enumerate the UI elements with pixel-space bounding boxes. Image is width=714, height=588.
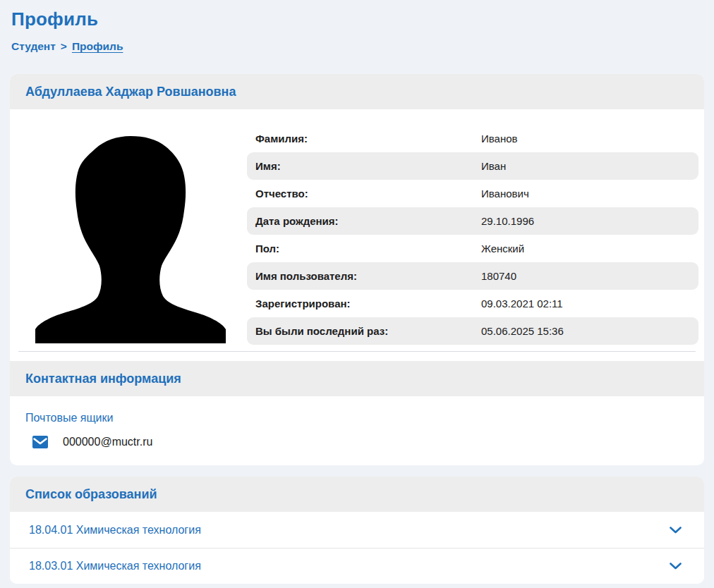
field-label: Дата рождения:: [255, 215, 481, 227]
profile-card-header: Абдуллаева Хаджар Ровшановна: [10, 74, 704, 109]
field-value: 09.03.2021 02:11: [481, 298, 563, 310]
email-row: 000000@muctr.ru: [32, 436, 689, 448]
breadcrumb-separator: >: [61, 40, 67, 52]
profile-info-row: Пол: Женский: [247, 235, 698, 262]
contact-section-title: Контактная информация: [25, 372, 181, 386]
profile-info-row: Дата рождения: 29.10.1996: [247, 207, 698, 235]
breadcrumb: Студент>Профиль: [11, 40, 704, 53]
mailboxes-link[interactable]: Почтовые ящики: [25, 412, 113, 424]
contact-section-header: Контактная информация: [10, 361, 704, 396]
mail-icon: [32, 436, 48, 448]
field-label: Пол:: [255, 243, 481, 255]
field-label: Фамилия:: [255, 133, 481, 145]
student-full-name: Абдуллаева Хаджар Ровшановна: [25, 85, 236, 99]
profile-info-table: Фамилия: Иванов Имя: Иван Отчество: Иван…: [247, 125, 698, 345]
education-section-header: Список образований: [10, 477, 704, 512]
profile-card: Абдуллаева Хаджар Ровшановна Фамилия: Ив…: [10, 74, 704, 465]
profile-info-row: Фамилия: Иванов: [247, 125, 698, 152]
field-value: 29.10.1996: [481, 215, 534, 227]
email-address: 000000@muctr.ru: [63, 436, 152, 448]
section-divider: [18, 351, 696, 352]
page-title: Профиль: [11, 8, 704, 30]
field-label: Имя:: [255, 160, 481, 172]
education-program-label: 18.04.01 Химическая технология: [29, 524, 201, 537]
education-program-label: 18.03.01 Химическая технология: [29, 560, 201, 572]
field-value: Женский: [481, 243, 524, 255]
person-silhouette-icon: [34, 132, 227, 343]
education-accordion-row[interactable]: 18.04.01 Химическая технология: [10, 512, 704, 548]
field-label: Отчество:: [255, 188, 481, 200]
field-value: Иванович: [481, 188, 529, 200]
field-value: 180740: [481, 270, 516, 282]
education-card: Список образований 18.04.01 Химическая т…: [10, 477, 704, 584]
profile-info-row: Вы были последний раз: 05.06.2025 15:36: [247, 317, 698, 345]
chevron-down-icon[interactable]: [670, 563, 682, 570]
profile-info-row: Имя: Иван: [247, 152, 698, 180]
field-label: Зарегистрирован:: [255, 298, 481, 310]
profile-info-row: Отчество: Иванович: [247, 180, 698, 207]
education-section-title: Список образований: [25, 487, 157, 502]
chevron-down-icon[interactable]: [670, 527, 682, 534]
breadcrumb-link-student[interactable]: Студент: [11, 40, 56, 52]
field-label: Вы были последний раз:: [255, 325, 481, 337]
contact-body: Почтовые ящики 000000@muctr.ru: [10, 396, 704, 465]
email-list: 000000@muctr.ru: [25, 436, 689, 448]
field-value: 05.06.2025 15:36: [481, 325, 564, 337]
profile-body: Фамилия: Иванов Имя: Иван Отчество: Иван…: [10, 109, 704, 345]
education-accordion-row[interactable]: 18.03.01 Химическая технология: [10, 548, 704, 584]
profile-page: Профиль Студент>Профиль Абдуллаева Хаджа…: [0, 0, 714, 588]
education-list: 18.04.01 Химическая технология 18.03.01 …: [10, 512, 704, 584]
profile-info-row: Имя пользователя: 180740: [247, 262, 698, 290]
profile-info-row: Зарегистрирован: 09.03.2021 02:11: [247, 290, 698, 317]
breadcrumb-link-profile[interactable]: Профиль: [72, 40, 123, 52]
profile-photo: [34, 132, 227, 343]
field-value: Иван: [481, 160, 506, 172]
field-label: Имя пользователя:: [255, 270, 481, 282]
field-value: Иванов: [481, 133, 518, 145]
